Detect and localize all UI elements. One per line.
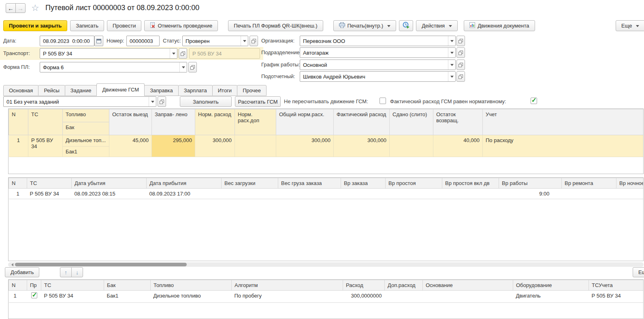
document-movements-button[interactable]: Движения документа <box>464 20 535 31</box>
print-pl-external-button[interactable]: Печать ПЛ Форма6 QR-ШК(внеш.) <box>228 20 323 31</box>
algo-col-fuel[interactable]: Топливо <box>151 280 232 291</box>
fact-eq-norm-checkbox[interactable] <box>531 98 537 104</box>
cell-fuel[interactable]: Дизельное топливо <box>151 291 232 303</box>
gsm-mode-open-button[interactable] <box>158 96 166 107</box>
transport-open-button[interactable] <box>179 48 187 59</box>
algo-col-pr[interactable]: Пр <box>27 280 41 291</box>
cell-depart[interactable]: 08.09.2023 08:15 <box>72 189 147 199</box>
number-field[interactable]: 00000003 <box>126 36 160 46</box>
more-button-top[interactable]: Еще <box>616 20 644 31</box>
trip-col-idle-engine[interactable]: Вр простоя вкл дв <box>442 178 499 189</box>
tab-reisy[interactable]: Рейсы <box>38 85 65 96</box>
fuel-col-norm-total[interactable]: Общий норм.расх. <box>276 109 334 135</box>
chevron-down-icon[interactable] <box>170 49 177 58</box>
back-button[interactable]: ← <box>6 3 16 13</box>
cell-refueled-selected[interactable]: 295,000 <box>152 135 195 157</box>
cell-row-number[interactable]: 1 <box>9 291 27 303</box>
accountable-combo[interactable]: Шивков Андрей Юрьевич <box>300 71 456 82</box>
refresh-button[interactable] <box>399 20 413 31</box>
cell-row-number[interactable]: 1 <box>9 189 27 199</box>
trip-col-repair-time[interactable]: Вр ремонта <box>562 178 616 189</box>
cell-equipment[interactable]: Двигатель <box>513 291 589 303</box>
fuel-col-drained[interactable]: Сдано (слито) <box>390 109 433 135</box>
trip-col-load-weight[interactable]: Вес загрузки <box>222 178 278 189</box>
cell-drained[interactable] <box>390 135 433 157</box>
algo-col-ts-account[interactable]: ТСУчета <box>589 280 644 291</box>
trip-col-arrive[interactable]: Дата прибытия <box>147 178 222 189</box>
chevron-down-icon[interactable] <box>149 97 156 106</box>
cell-rest-out[interactable]: 45,000 <box>109 135 152 157</box>
cell-algorithm[interactable]: По пробегу <box>232 291 343 303</box>
trip-col-n[interactable]: N <box>9 178 27 189</box>
fuel-col-n[interactable]: N <box>9 109 28 135</box>
cell-norm[interactable]: 300,000 <box>195 135 235 157</box>
cell-ts[interactable]: Р 505 ВУ 34 <box>27 189 72 199</box>
write-button[interactable]: Записать <box>70 20 104 31</box>
algo-col-consumption[interactable]: Расход <box>343 280 385 291</box>
status-open-button[interactable] <box>249 36 258 46</box>
cell-consumption[interactable]: 300,0000000 <box>343 291 385 303</box>
trip-col-ts[interactable]: ТС <box>27 178 72 189</box>
cell-idle-time[interactable] <box>386 189 442 199</box>
gsm-mode-combo[interactable]: 01 Без учета заданий <box>3 96 156 107</box>
horizontal-scrollbar[interactable] <box>8 262 644 267</box>
cell-add-consumption[interactable] <box>385 291 423 303</box>
actions-button[interactable]: Действия <box>416 20 458 31</box>
tab-zapravka[interactable]: Заправка <box>144 85 179 96</box>
algo-col-basis[interactable]: Основание <box>423 280 513 291</box>
date-field[interactable]: 08.09.2023 0:00:00 <box>40 36 94 46</box>
work-schedule-combo[interactable]: Основной <box>300 60 456 70</box>
cell-order-weight[interactable] <box>278 189 341 199</box>
accountable-open-button[interactable] <box>456 71 465 82</box>
pr-checkbox[interactable] <box>31 292 37 298</box>
cell-row-number[interactable]: 1 <box>9 135 28 157</box>
no-recalc-checkbox[interactable] <box>380 98 386 104</box>
fuel-col-fuel[interactable]: Топливо <box>63 109 109 122</box>
fuel-col-rest-return[interactable]: Остаток возвращ. <box>433 109 483 135</box>
fuel-col-fact[interactable]: Фактический расход <box>334 109 390 135</box>
tab-dvizhenie-gsm[interactable]: Движение ГСМ <box>96 83 145 96</box>
add-button[interactable]: Добавить <box>5 267 39 277</box>
fuel-col-ts[interactable]: ТС <box>28 109 63 135</box>
post-button[interactable]: Провести <box>107 20 142 31</box>
organization-open-button[interactable] <box>456 36 465 46</box>
trip-col-idle-time[interactable]: Вр простоя <box>386 178 442 189</box>
cell-fuel[interactable]: Дизельное топ... <box>63 135 109 147</box>
cell-order-time[interactable] <box>341 189 386 199</box>
cell-fact[interactable]: 300,000 <box>334 135 390 157</box>
cell-ts-account[interactable]: Р 505 ВУ 34 <box>589 291 644 303</box>
date-picker-button[interactable] <box>94 36 103 46</box>
division-combo[interactable]: Автогараж <box>300 47 456 58</box>
cell-work-time[interactable]: 9:00 <box>499 189 562 199</box>
move-down-button[interactable]: ↓ <box>71 267 83 277</box>
undo-posting-button[interactable]: Отменить проведение <box>144 20 218 31</box>
algo-col-equipment[interactable]: Оборудование <box>513 280 589 291</box>
move-up-button[interactable]: ↑ <box>60 267 72 277</box>
fuel-col-refueled[interactable]: Заправ- лено <box>152 109 195 135</box>
algo-col-algorithm[interactable]: Алгоритм <box>232 280 343 291</box>
cell-rest-return[interactable]: 40,000 <box>433 135 483 157</box>
forward-button[interactable]: → <box>15 3 26 13</box>
cell-ts[interactable]: Р 505 ВУ 34 <box>28 135 63 157</box>
tab-prochee[interactable]: Прочее <box>237 85 267 96</box>
fuel-col-rest-out[interactable]: Остаток выезд <box>109 109 152 135</box>
fuel-col-accounting[interactable]: Учет <box>483 109 644 135</box>
fuel-col-norm-add[interactable]: Норм. расх.доп <box>235 109 276 135</box>
cell-ts[interactable]: Р 505 ВУ 34 <box>41 291 104 303</box>
cell-load-weight[interactable] <box>222 189 278 199</box>
cell-norm-add[interactable] <box>235 135 276 157</box>
trip-col-order-weight[interactable]: Вес груза заказа <box>278 178 341 189</box>
form-pl-combo[interactable]: Форма 6 <box>40 62 187 72</box>
chevron-down-icon[interactable] <box>448 36 455 46</box>
chevron-down-icon[interactable] <box>448 60 455 70</box>
cell-repair-time[interactable] <box>562 189 616 199</box>
tab-itogi[interactable]: Итоги <box>212 85 237 96</box>
trip-col-night-time[interactable]: Вр ночное <box>616 178 644 189</box>
cell-pr[interactable] <box>27 291 41 303</box>
chevron-down-icon[interactable] <box>448 72 455 81</box>
trip-col-order-time[interactable]: Вр заказа <box>341 178 386 189</box>
cell-night-time[interactable] <box>616 189 644 199</box>
algo-col-ts[interactable]: ТС <box>41 280 104 291</box>
organization-combo[interactable]: Перевозчик ООО <box>300 36 456 46</box>
cell-norm-total[interactable]: 300,000 <box>276 135 334 157</box>
